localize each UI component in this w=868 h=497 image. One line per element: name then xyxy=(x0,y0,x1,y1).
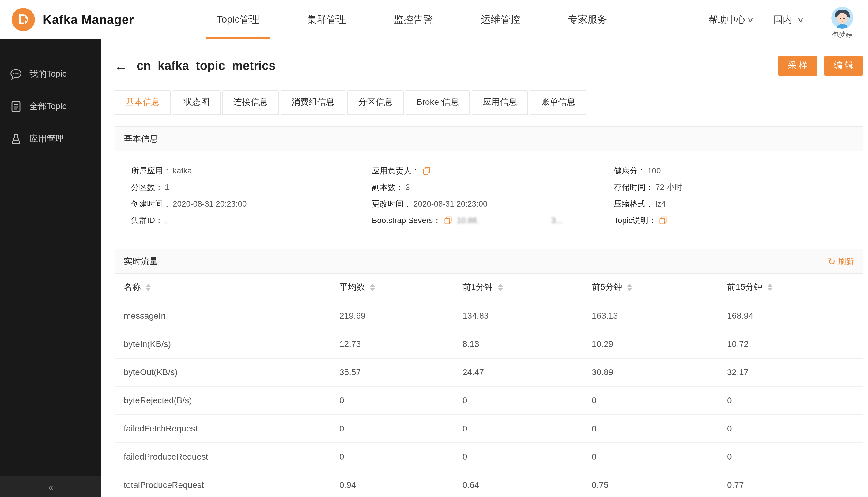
field-value: 2020-08-31 20:23:00 xyxy=(414,199,487,208)
basic-info-body: 所属应用： kafka 应用负责人： 健康分： xyxy=(115,151,863,241)
field-value: 72 小时 xyxy=(655,182,682,193)
nav-expert-service[interactable]: 专家服务 xyxy=(557,0,618,39)
metric-value: 0 xyxy=(592,386,727,414)
sidebar-item-my-topic[interactable]: 我的Topic xyxy=(0,58,101,90)
kafka-manager-app: D Kafka Manager Topic管理 集群管理 监控告警 运维管控 专… xyxy=(0,0,868,497)
chat-bubble-icon xyxy=(9,67,23,81)
metric-value: 0.64 xyxy=(462,471,592,497)
field-label: Topic说明： xyxy=(614,215,656,226)
nav-cluster-management[interactable]: 集群管理 xyxy=(296,0,357,39)
metric-value: 134.83 xyxy=(462,301,592,330)
field-label: 更改时间： xyxy=(372,198,411,209)
metric-value: 0.94 xyxy=(339,471,462,497)
copy-icon[interactable] xyxy=(660,216,667,224)
user-menu[interactable]: 包梦婷 xyxy=(831,6,853,39)
traffic-section-header: 实时流量 ↻ 刷新 xyxy=(115,249,863,274)
field-value-secondary: 3... xyxy=(551,216,562,225)
sidebar-collapse-button[interactable]: « xyxy=(0,476,101,497)
app-logo-icon: D xyxy=(11,8,35,32)
field-label: 创建时间： xyxy=(131,198,171,209)
region-label: 国内 xyxy=(774,14,792,26)
copy-icon[interactable] xyxy=(423,167,431,175)
tab-status-chart[interactable]: 状态图 xyxy=(173,90,220,115)
main-content: ← cn_kafka_topic_metrics 采 样 编 辑 基本信息 状态… xyxy=(101,39,868,497)
metric-value: 163.13 xyxy=(592,301,727,330)
field-label: 存储时间： xyxy=(614,182,654,193)
column-header-last-5min: 前5分钟 xyxy=(592,274,727,301)
back-arrow-icon[interactable]: ← xyxy=(115,59,127,72)
tab-broker-info[interactable]: Broker信息 xyxy=(406,90,470,115)
metric-name: byteIn(KB/s) xyxy=(115,330,339,358)
refresh-button[interactable]: ↻ 刷新 xyxy=(828,256,854,267)
metric-value: 0 xyxy=(339,442,462,471)
metric-value: 0 xyxy=(462,414,592,442)
metric-value: 30.89 xyxy=(592,358,727,386)
field-value: . xyxy=(165,216,167,225)
metric-value: 12.73 xyxy=(339,330,462,358)
user-name: 包梦婷 xyxy=(832,30,852,39)
metric-value: 10.29 xyxy=(592,330,727,358)
field-value: kafka xyxy=(173,166,192,175)
field-modify-time: 更改时间： 2020-08-31 20:23:00 xyxy=(372,198,614,209)
metric-value: 0 xyxy=(339,386,462,414)
metric-value: 0 xyxy=(727,442,863,471)
sort-icon[interactable] xyxy=(370,284,375,292)
metric-value: 0 xyxy=(462,386,592,414)
field-owner-app: 所属应用： kafka xyxy=(131,165,372,176)
field-topic-description: Topic说明： xyxy=(614,215,863,226)
copy-icon[interactable] xyxy=(444,216,452,224)
avatar[interactable] xyxy=(831,6,853,28)
nav-ops-control[interactable]: 运维管控 xyxy=(470,0,531,39)
traffic-section-title: 实时流量 xyxy=(124,256,158,267)
field-partition-count: 分区数： 1 xyxy=(131,182,372,193)
metric-value: 24.47 xyxy=(462,358,592,386)
field-health-score: 健康分： 100 xyxy=(614,165,863,176)
metric-value: 10.72 xyxy=(727,330,863,358)
tab-app-info[interactable]: 应用信息 xyxy=(472,90,528,115)
field-cluster-id: 集群ID： . xyxy=(131,215,372,226)
basic-info-section-title: 基本信息 xyxy=(124,133,158,144)
metric-value: 0 xyxy=(462,442,592,471)
flask-icon xyxy=(9,132,23,145)
metric-name: failedFetchRequest xyxy=(115,414,339,442)
sort-icon[interactable] xyxy=(767,284,772,292)
main-nav: Topic管理 集群管理 监控告警 运维管控 专家服务 xyxy=(193,0,631,39)
tab-basic-info[interactable]: 基本信息 xyxy=(115,90,171,115)
help-center-menu[interactable]: 帮助中心 ∨ xyxy=(709,14,753,26)
basic-info-section-header: 基本信息 xyxy=(115,126,863,151)
nav-topic-management[interactable]: Topic管理 xyxy=(206,0,271,39)
sample-button[interactable]: 采 样 xyxy=(778,55,817,76)
tab-partition-info[interactable]: 分区信息 xyxy=(347,90,404,115)
sort-icon[interactable] xyxy=(146,284,151,292)
field-label: 所属应用： xyxy=(131,165,171,176)
sort-icon[interactable] xyxy=(498,284,503,292)
edit-button[interactable]: 编 辑 xyxy=(824,55,863,76)
sort-icon[interactable] xyxy=(627,284,632,292)
sidebar-item-app-management[interactable]: 应用管理 xyxy=(0,123,101,155)
table-row: messageIn 219.69 134.83 163.13 168.94 xyxy=(115,301,863,330)
metric-name: messageIn xyxy=(115,301,339,330)
field-label: Bootstrap Severs： xyxy=(372,215,441,226)
sidebar: 我的Topic 全部Topic xyxy=(0,39,101,497)
tab-bill-info[interactable]: 账单信息 xyxy=(530,90,586,115)
tab-connection-info[interactable]: 连接信息 xyxy=(222,90,279,115)
region-selector[interactable]: 国内 ∨ xyxy=(774,14,803,26)
page-header: ← cn_kafka_topic_metrics 采 样 编 辑 xyxy=(115,52,863,79)
sidebar-item-all-topic[interactable]: 全部Topic xyxy=(0,90,101,123)
field-value: 10.88. xyxy=(457,216,479,225)
nav-monitor-alert[interactable]: 监控告警 xyxy=(383,0,444,39)
column-header-average: 平均数 xyxy=(339,274,462,301)
metric-value: 0 xyxy=(727,414,863,442)
field-retention-time: 存储时间： 72 小时 xyxy=(614,182,863,193)
field-label: 集群ID： xyxy=(131,215,163,226)
metric-value: 0.77 xyxy=(727,471,863,497)
field-value: 2020-08-31 20:23:00 xyxy=(173,199,247,208)
chevron-down-icon: ∨ xyxy=(797,16,804,24)
tab-consumer-group-info[interactable]: 消费组信息 xyxy=(280,90,346,115)
metric-value: 0.75 xyxy=(592,471,727,497)
refresh-icon: ↻ xyxy=(828,257,836,266)
chevron-down-icon: ∨ xyxy=(747,16,754,24)
metric-name: failedProduceRequest xyxy=(115,442,339,471)
refresh-label: 刷新 xyxy=(838,256,854,267)
help-center-label: 帮助中心 xyxy=(709,14,746,26)
